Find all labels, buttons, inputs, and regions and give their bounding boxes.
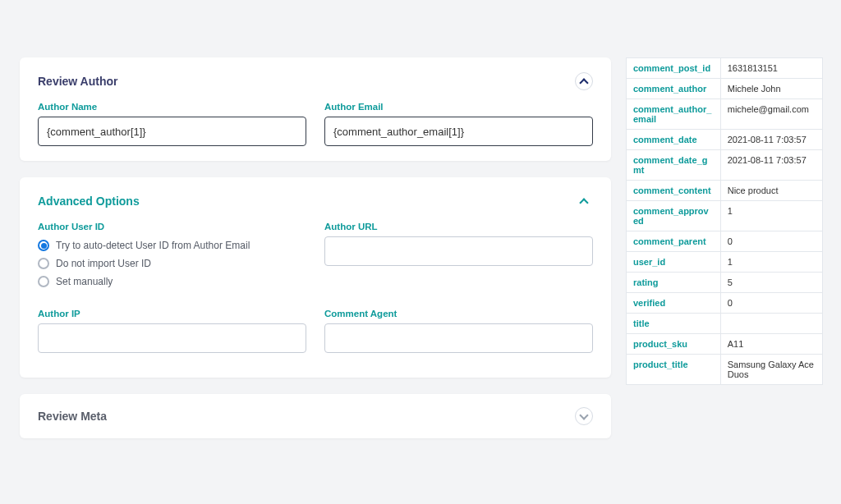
chevron-down-icon	[579, 410, 588, 419]
left-column: Review Author Author Name Author Email A…	[20, 57, 611, 488]
meta-value-cell: 0	[720, 231, 822, 252]
meta-key-cell: title	[627, 314, 721, 334]
table-row: product_skuA11	[627, 334, 823, 355]
collapse-advanced-button[interactable]	[575, 192, 593, 210]
comment-agent-group: Comment Agent	[324, 309, 593, 353]
metadata-table: comment_post_id1631813151comment_authorM…	[626, 57, 823, 385]
author-name-input[interactable]	[38, 117, 306, 146]
table-row: product_titleSamsung Galaxy Ace Duos	[627, 355, 823, 385]
table-row: user_id1	[627, 252, 823, 273]
radio-label: Set manually	[56, 276, 113, 287]
comment-agent-input[interactable]	[324, 323, 593, 353]
radio-label: Do not import User ID	[56, 258, 151, 269]
author-email-group: Author Email	[324, 102, 593, 146]
chevron-up-icon	[579, 198, 588, 207]
author-url-group: Author URL	[324, 222, 593, 294]
table-row: verified0	[627, 293, 823, 314]
main-container: Review Author Author Name Author Email A…	[0, 0, 841, 504]
meta-key-cell: rating	[627, 273, 721, 293]
meta-value-cell: michele@gmail.com	[720, 99, 822, 130]
expand-review-meta-button[interactable]	[575, 407, 593, 425]
review-meta-header: Review Meta	[38, 407, 593, 425]
review-author-card: Review Author Author Name Author Email	[20, 57, 611, 161]
author-url-input[interactable]	[324, 236, 593, 266]
review-author-title: Review Author	[38, 75, 118, 88]
meta-value-cell: Michele John	[720, 79, 822, 99]
meta-value-cell: 0	[720, 293, 822, 314]
radio-icon	[38, 258, 49, 269]
meta-key-cell: product_sku	[627, 334, 721, 355]
meta-key-cell: comment_author_email	[627, 99, 721, 130]
meta-key-cell: product_title	[627, 355, 721, 385]
author-ip-input[interactable]	[38, 323, 306, 353]
table-row: comment_date_gmt2021-08-11 7:03:57	[627, 150, 823, 181]
table-row: title	[627, 314, 823, 334]
comment-agent-label: Comment Agent	[324, 309, 593, 318]
advanced-options-header: Advanced Options	[38, 192, 593, 210]
meta-key-cell: comment_approved	[627, 201, 721, 231]
meta-key-cell: comment_date	[627, 130, 721, 150]
meta-value-cell: Samsung Galaxy Ace Duos	[720, 355, 822, 385]
meta-key-cell: user_id	[627, 252, 721, 273]
meta-key-cell: comment_parent	[627, 231, 721, 252]
author-user-id-label: Author User ID	[38, 222, 306, 231]
author-ip-label: Author IP	[38, 309, 306, 318]
meta-key-cell: comment_content	[627, 181, 721, 201]
meta-key-cell: comment_post_id	[627, 58, 721, 79]
radio-do-not-import[interactable]: Do not import User ID	[38, 258, 306, 269]
review-meta-card: Review Meta	[20, 394, 611, 438]
author-name-label: Author Name	[38, 102, 306, 112]
meta-value-cell: 1	[720, 201, 822, 231]
author-name-group: Author Name	[38, 102, 306, 146]
table-row: comment_approved1	[627, 201, 823, 231]
radio-set-manually[interactable]: Set manually	[38, 276, 306, 287]
table-row: comment_contentNice product	[627, 181, 823, 201]
radio-icon	[38, 240, 49, 251]
meta-value-cell: 1	[720, 252, 822, 273]
meta-value-cell: Nice product	[720, 181, 822, 201]
meta-value-cell: 1631813151	[720, 58, 822, 79]
meta-key-cell: verified	[627, 293, 721, 314]
meta-value-cell: A11	[720, 334, 822, 355]
table-row: comment_date2021-08-11 7:03:57	[627, 130, 823, 150]
advanced-row-1: Author User ID Try to auto-detect User I…	[38, 222, 593, 294]
meta-value-cell: 5	[720, 273, 822, 293]
right-column: comment_post_id1631813151comment_authorM…	[626, 57, 823, 488]
radio-icon	[38, 276, 49, 287]
meta-value-cell	[720, 314, 822, 334]
author-email-input[interactable]	[324, 117, 593, 146]
advanced-options-title: Advanced Options	[38, 195, 140, 208]
meta-value-cell: 2021-08-11 7:03:57	[720, 150, 822, 181]
author-fields-row: Author Name Author Email	[38, 102, 593, 146]
table-row: rating5	[627, 273, 823, 293]
table-row: comment_post_id1631813151	[627, 58, 823, 79]
meta-key-cell: comment_author	[627, 79, 721, 99]
author-user-id-group: Author User ID Try to auto-detect User I…	[38, 222, 306, 294]
collapse-review-author-button[interactable]	[575, 72, 593, 90]
meta-value-cell: 2021-08-11 7:03:57	[720, 130, 822, 150]
advanced-options-card: Advanced Options Author User ID Try to a…	[20, 177, 611, 378]
chevron-up-icon	[579, 78, 588, 87]
review-author-header: Review Author	[38, 72, 593, 90]
author-email-label: Author Email	[324, 102, 593, 112]
author-url-label: Author URL	[324, 222, 593, 231]
radio-auto-detect[interactable]: Try to auto-detect User ID from Author E…	[38, 240, 306, 251]
review-meta-title: Review Meta	[38, 410, 107, 423]
table-row: comment_authorMichele John	[627, 79, 823, 99]
table-row: comment_author_emailmichele@gmail.com	[627, 99, 823, 130]
advanced-body: Author User ID Try to auto-detect User I…	[38, 222, 593, 353]
user-id-radio-group: Try to auto-detect User ID from Author E…	[38, 240, 306, 294]
table-row: comment_parent0	[627, 231, 823, 252]
advanced-row-2: Author IP Comment Agent	[38, 309, 593, 353]
author-ip-group: Author IP	[38, 309, 306, 353]
radio-label: Try to auto-detect User ID from Author E…	[56, 240, 250, 251]
meta-key-cell: comment_date_gmt	[627, 150, 721, 181]
